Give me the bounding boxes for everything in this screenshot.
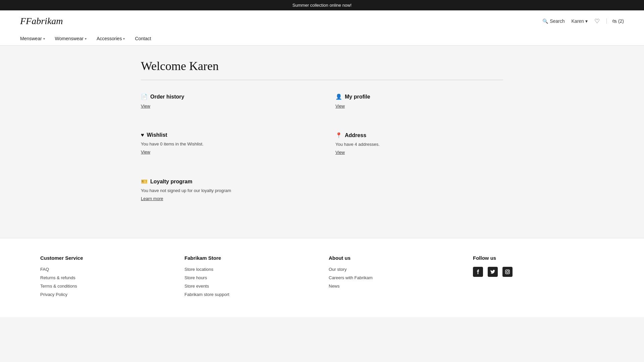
nav-accessories-label: Accessories <box>97 36 122 41</box>
user-label: Karen <box>572 18 584 24</box>
header-right: 🔍 Search Karen ▾ ♡ 🛍 (2) <box>542 17 624 25</box>
divider <box>141 80 503 80</box>
footer-fabrikam-store: Fabrikam Store Store locations Store hou… <box>184 255 315 300</box>
header: FFabrikam 🔍 Search Karen ▾ ♡ 🛍 (2) Mensw… <box>0 10 644 46</box>
footer-link-terms[interactable]: Terms & conditions <box>40 284 171 289</box>
nav-contact-label: Contact <box>135 36 151 41</box>
order-history-view-link[interactable]: View <box>141 104 150 109</box>
footer-link-store-support[interactable]: Fabrikam store support <box>184 292 315 297</box>
chevron-down-icon: ▾ <box>123 37 125 41</box>
logo[interactable]: FFabrikam <box>20 16 63 26</box>
announcement-bar: Summer collection online now! <box>0 0 644 10</box>
footer: Customer Service FAQ Returns & refunds T… <box>0 238 644 317</box>
footer-customer-service-title: Customer Service <box>40 255 171 261</box>
cart-count: (2) <box>618 18 624 24</box>
user-menu[interactable]: Karen ▾ <box>572 18 588 24</box>
twitter-icon[interactable] <box>488 267 498 277</box>
facebook-icon[interactable] <box>473 267 483 277</box>
nav-womenswear[interactable]: Womenswear ▾ <box>55 36 87 41</box>
search-icon: 🔍 <box>542 18 548 24</box>
loyalty-icon: 🎫 <box>141 178 148 185</box>
nav-contact[interactable]: Contact <box>135 36 151 41</box>
footer-about-us: About us Our story Careers with Fabrikam… <box>329 255 460 300</box>
loyalty-learn-more-link[interactable]: Learn more <box>141 196 163 201</box>
address-icon: 📍 <box>335 132 342 138</box>
instagram-icon[interactable] <box>502 267 513 277</box>
nav-menswear-label: Menswear <box>20 36 42 41</box>
footer-link-careers[interactable]: Careers with Fabrikam <box>329 275 460 280</box>
footer-link-news[interactable]: News <box>329 284 460 289</box>
footer-link-returns[interactable]: Returns & refunds <box>40 275 171 280</box>
address-title: Address <box>345 132 366 138</box>
footer-link-store-hours[interactable]: Store hours <box>184 275 315 280</box>
my-profile-section: 👤 My profile View <box>335 94 503 109</box>
footer-link-privacy[interactable]: Privacy Policy <box>40 292 171 297</box>
my-profile-title: My profile <box>345 94 370 100</box>
footer-grid: Customer Service FAQ Returns & refunds T… <box>40 255 604 300</box>
my-profile-view-link[interactable]: View <box>335 104 345 109</box>
footer-link-store-locations[interactable]: Store locations <box>184 267 315 272</box>
announcement-text: Summer collection online now! <box>292 3 352 8</box>
footer-link-faq[interactable]: FAQ <box>40 267 171 272</box>
address-body: You have 4 addresses. <box>335 142 503 147</box>
footer-link-store-events[interactable]: Store events <box>184 284 315 289</box>
wishlist-view-link[interactable]: View <box>141 149 150 155</box>
loyalty-title: Loyalty program <box>150 179 192 185</box>
footer-fabrikam-store-title: Fabrikam Store <box>184 255 315 261</box>
address-section: 📍 Address You have 4 addresses. View <box>335 132 503 155</box>
search-label: Search <box>550 18 565 24</box>
address-view-link[interactable]: View <box>335 150 345 155</box>
wishlist-section: ♥ Wishlist You have 0 items in the Wishl… <box>141 132 309 155</box>
footer-follow-us: Follow us <box>473 255 604 300</box>
footer-about-us-title: About us <box>329 255 460 261</box>
footer-customer-service: Customer Service FAQ Returns & refunds T… <box>40 255 171 300</box>
nav-womenswear-label: Womenswear <box>55 36 84 41</box>
order-history-icon: 📄 <box>141 94 148 100</box>
page-title: Welcome Karen <box>141 59 503 73</box>
chevron-down-icon: ▾ <box>85 37 87 41</box>
dashboard-grid: 📄 Order history View 👤 My profile View ♥… <box>141 94 503 211</box>
cart-button[interactable]: 🛍 (2) <box>606 18 624 24</box>
main-nav: Menswear ▾ Womenswear ▾ Accessories ▾ Co… <box>20 32 624 45</box>
wishlist-icon[interactable]: ♡ <box>594 17 600 25</box>
cart-icon: 🛍 <box>612 18 617 24</box>
chevron-down-icon: ▾ <box>585 18 588 24</box>
footer-follow-us-title: Follow us <box>473 255 604 261</box>
order-history-section: 📄 Order history View <box>141 94 309 109</box>
search-button[interactable]: 🔍 Search <box>542 18 565 24</box>
wishlist-title: Wishlist <box>147 132 167 138</box>
nav-menswear[interactable]: Menswear ▾ <box>20 36 45 41</box>
nav-accessories[interactable]: Accessories ▾ <box>97 36 125 41</box>
wishlist-body: You have 0 items in the Wishlist. <box>141 141 309 146</box>
loyalty-section: 🎫 Loyalty program You have not signed up… <box>141 178 309 201</box>
chevron-down-icon: ▾ <box>43 37 45 41</box>
svg-point-2 <box>508 270 509 271</box>
svg-point-1 <box>506 271 508 273</box>
social-icons <box>473 267 604 277</box>
main-content: Welcome Karen 📄 Order history View 👤 My … <box>121 46 523 238</box>
svg-rect-0 <box>505 270 509 274</box>
footer-link-our-story[interactable]: Our story <box>329 267 460 272</box>
my-profile-icon: 👤 <box>335 94 342 100</box>
order-history-title: Order history <box>150 94 184 100</box>
loyalty-body: You have not signed up for our loyalty p… <box>141 188 309 193</box>
wishlist-icon: ♥ <box>141 132 144 138</box>
